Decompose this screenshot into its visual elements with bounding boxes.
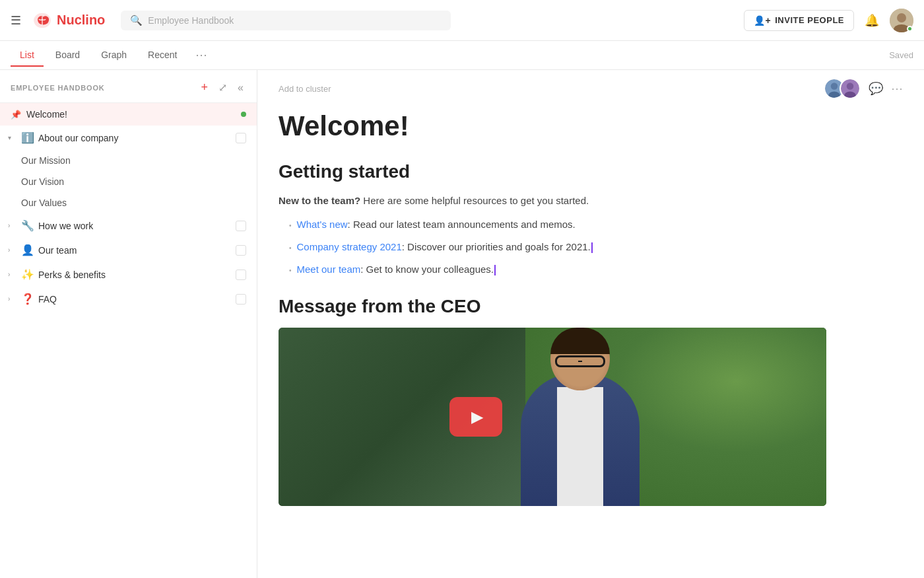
sidebar-group-ourteam: › 👤 Our team — [0, 238, 257, 262]
cursor-marker-2 — [494, 265, 496, 275]
checkbox-about[interactable] — [236, 133, 246, 143]
comment-icon[interactable]: 💬 — [869, 81, 883, 96]
bullet-dot-2: • — [289, 243, 292, 254]
add-to-cluster-button[interactable]: Add to cluster — [279, 84, 331, 94]
chevron-right-icon-2: › — [8, 246, 17, 254]
sidebar-title: EMPLOYEE HANDBOOK — [11, 84, 193, 92]
sidebar-group-label-about: About our company — [38, 133, 232, 143]
sidebar-group-header-howwework[interactable]: › 🔧 How we work — [0, 213, 257, 238]
ceo-video[interactable]: ▶ — [279, 328, 826, 506]
doc-title: Welcome! — [279, 110, 830, 143]
hair — [550, 328, 610, 354]
tab-list[interactable]: List — [11, 44, 44, 67]
sidebar-group-label-ourteam: Our team — [38, 245, 232, 256]
invite-people-button[interactable]: 👤+ INVITE PEOPLE — [744, 10, 854, 31]
sidebar-group-header-faq[interactable]: › ❓ FAQ — [0, 287, 257, 311]
search-bar[interactable]: 🔍 Employee Handbook — [121, 11, 451, 30]
sidebar-collapse-icon[interactable]: « — [235, 81, 246, 95]
play-button[interactable]: ▶ — [449, 397, 502, 437]
sidebar-group-about: ▾ ℹ️ About our company Our Mission Our V… — [0, 126, 257, 213]
sidebar-group-header-perks[interactable]: › ✨ Perks & benefits — [0, 262, 257, 287]
person-figure — [508, 328, 653, 506]
chevron-right-icon-3: › — [8, 271, 17, 278]
section-ceo-heading: Message from the CEO — [279, 296, 830, 317]
more-tabs-icon[interactable]: ⋯ — [189, 42, 214, 67]
checkbox-perks[interactable] — [236, 270, 246, 280]
main-area: EMPLOYEE HANDBOOK + ⤢ « 📌 Welcome! ▾ ℹ️ … — [0, 70, 924, 578]
meet-our-team-link[interactable]: Meet our team — [297, 264, 361, 275]
content-actions: 💬 ⋯ — [824, 78, 903, 99]
checkbox-ourteam[interactable] — [236, 245, 246, 256]
logo-icon — [32, 10, 53, 31]
sidebar-item-label-welcome: Welcome! — [26, 109, 236, 120]
sidebar-subitem-label-vision: Our Vision — [21, 176, 64, 187]
collab-av-img-2 — [841, 79, 859, 98]
saved-indicator: Saved — [889, 50, 913, 60]
search-placeholder: Employee Handbook — [148, 15, 234, 26]
ourteam-emoji-icon: 👤 — [21, 244, 34, 256]
sidebar: EMPLOYEE HANDBOOK + ⤢ « 📌 Welcome! ▾ ℹ️ … — [0, 70, 257, 578]
sidebar-group-label-perks: Perks & benefits — [38, 270, 232, 280]
svg-point-5 — [831, 83, 838, 90]
resources-list: • What's new: Read our latest team annou… — [289, 217, 830, 277]
notifications-bell-icon[interactable]: 🔔 — [865, 13, 879, 28]
glasses-bridge — [578, 361, 582, 362]
sidebar-expand-icon[interactable]: ⤢ — [216, 80, 230, 95]
sidebar-item-welcome[interactable]: 📌 Welcome! — [0, 103, 257, 126]
play-triangle-icon: ▶ — [471, 408, 483, 426]
company-strategy-link[interactable]: Company strategy 2021 — [297, 241, 402, 252]
play-button-container: ▶ — [449, 397, 502, 437]
sidebar-item-values[interactable]: Our Values — [21, 192, 257, 213]
section-getting-started: Getting started — [279, 161, 830, 182]
more-options-icon[interactable]: ⋯ — [891, 81, 903, 96]
bullet-dot-1: • — [289, 221, 292, 231]
cursor-marker-1 — [591, 242, 593, 253]
sidebar-item-mission[interactable]: Our Mission — [21, 150, 257, 171]
faq-emoji-icon: ❓ — [21, 293, 34, 305]
howwework-emoji-icon: 🔧 — [21, 219, 34, 232]
hamburger-icon[interactable]: ☰ — [11, 13, 21, 28]
tab-recent[interactable]: Recent — [139, 44, 186, 67]
sidebar-add-icon[interactable]: + — [199, 79, 211, 96]
chevron-right-icon: › — [8, 222, 17, 229]
bullet-dot-3: • — [289, 266, 292, 276]
top-nav: ☰ Nuclino 🔍 Employee Handbook 👤+ INVITE … — [0, 0, 924, 41]
sidebar-group-label-howwework: How we work — [38, 221, 232, 231]
chevron-right-icon-4: › — [8, 295, 17, 303]
shirt — [557, 387, 603, 506]
checkbox-faq[interactable] — [236, 294, 246, 305]
sidebar-subitems-about: Our Mission Our Vision Our Values — [0, 150, 257, 213]
pin-icon: 📌 — [11, 110, 21, 120]
about-emoji-icon: ℹ️ — [21, 131, 34, 144]
whats-new-link[interactable]: What's new — [297, 219, 348, 230]
checkbox-howwework[interactable] — [236, 221, 246, 231]
sidebar-group-header-ourteam[interactable]: › 👤 Our team — [0, 238, 257, 262]
online-dot — [241, 112, 246, 117]
nav-right: 👤+ INVITE PEOPLE 🔔 — [744, 9, 913, 32]
perks-emoji-icon: ✨ — [21, 268, 34, 281]
logo-text: Nuclino — [57, 13, 105, 28]
content-body: Welcome! Getting started New to the team… — [257, 104, 851, 532]
sidebar-group-header-about[interactable]: ▾ ℹ️ About our company — [0, 126, 257, 150]
ceo-section: Message from the CEO — [279, 296, 830, 506]
intro-paragraph: New to the team? Here are some helpful r… — [279, 193, 830, 209]
list-item-3: • Meet our team: Get to know your collea… — [289, 262, 830, 277]
content-area: Add to cluster — [257, 70, 924, 578]
search-icon: 🔍 — [130, 15, 143, 26]
sidebar-subitem-label-values: Our Values — [21, 198, 67, 208]
tab-graph[interactable]: Graph — [92, 44, 136, 67]
sidebar-group-perks: › ✨ Perks & benefits — [0, 262, 257, 287]
sidebar-group-label-faq: FAQ — [38, 294, 232, 305]
list-item-1: • What's new: Read our latest team annou… — [289, 217, 830, 233]
sidebar-item-vision[interactable]: Our Vision — [21, 171, 257, 192]
user-avatar-wrap — [890, 9, 913, 32]
svg-point-8 — [847, 83, 854, 90]
collaborators-avatars — [824, 78, 861, 99]
online-indicator — [907, 26, 913, 32]
view-tabs: List Board Graph Recent ⋯ Saved — [0, 41, 924, 70]
chevron-down-icon: ▾ — [8, 134, 17, 141]
sidebar-group-howwework: › 🔧 How we work — [0, 213, 257, 238]
svg-point-2 — [897, 13, 906, 22]
collaborator-avatar-2 — [840, 78, 861, 99]
tab-board[interactable]: Board — [46, 44, 89, 67]
